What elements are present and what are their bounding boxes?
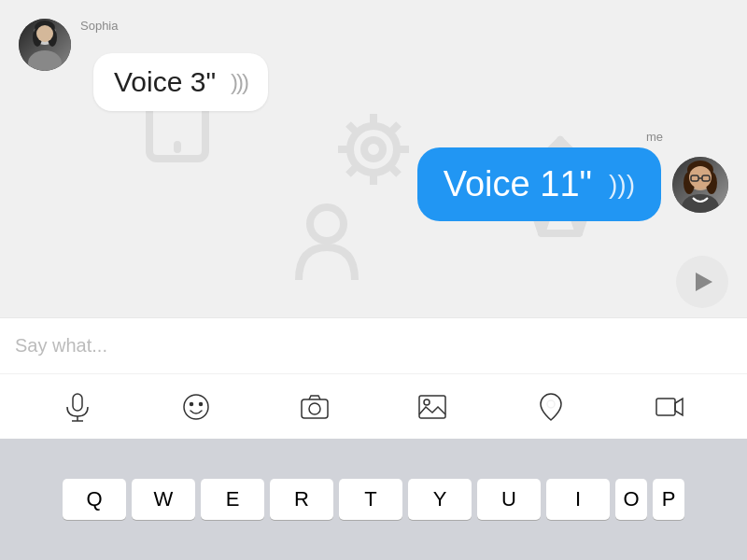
key-u[interactable]: U [477, 479, 541, 520]
key-i[interactable]: I [546, 479, 610, 520]
svg-point-24 [36, 25, 53, 42]
send-button[interactable] [676, 256, 728, 308]
sophia-message-text: Voice 3" [114, 66, 216, 98]
key-q[interactable]: Q [63, 479, 126, 520]
me-sound-icon: ))) [609, 170, 635, 200]
chat-area: Sophia Voice 3" ))) me Voice 11" ))) [0, 0, 747, 317]
key-p-partial[interactable]: P [653, 479, 684, 520]
key-w[interactable]: W [132, 479, 195, 520]
me-message-text: Voice 11" [444, 164, 592, 204]
svg-rect-34 [73, 394, 82, 411]
key-e[interactable]: E [201, 479, 264, 520]
svg-point-19 [28, 50, 62, 71]
bubble-me[interactable]: Voice 11" ))) [417, 147, 661, 221]
message-sophia: Sophia Voice 3" ))) [0, 0, 747, 120]
svg-point-37 [184, 395, 208, 419]
input-area [0, 317, 747, 373]
svg-point-29 [689, 166, 712, 189]
toolbar [0, 373, 747, 439]
avatar-me [672, 157, 728, 213]
svg-rect-45 [656, 399, 675, 415]
svg-point-44 [547, 400, 555, 408]
message-me: me Voice 11" ))) [0, 120, 747, 231]
svg-point-41 [309, 403, 320, 414]
svg-point-39 [199, 402, 202, 405]
svg-rect-40 [302, 399, 328, 418]
key-t[interactable]: T [339, 479, 402, 520]
video-button[interactable] [649, 386, 690, 427]
send-icon [696, 273, 712, 291]
svg-point-43 [424, 399, 430, 405]
location-button[interactable] [530, 386, 571, 427]
me-label: me [646, 130, 663, 144]
key-y[interactable]: Y [408, 479, 472, 520]
key-r[interactable]: R [270, 479, 333, 520]
message-input[interactable] [15, 335, 732, 357]
camera-button[interactable] [294, 386, 335, 427]
svg-point-33 [682, 194, 719, 213]
avatar-sophia [19, 19, 71, 71]
keyboard-row-1: Q W E R T Y U I O P [63, 479, 684, 520]
key-o-partial[interactable]: O [615, 479, 647, 520]
svg-point-38 [190, 402, 192, 405]
microphone-button[interactable] [57, 386, 98, 427]
image-button[interactable] [412, 386, 453, 427]
sophia-sound-icon: ))) [231, 69, 247, 95]
keyboard: Q W E R T Y U I O P [0, 439, 747, 560]
bubble-sophia[interactable]: Voice 3" ))) [93, 53, 268, 111]
svg-rect-42 [419, 396, 445, 418]
emoji-button[interactable] [176, 386, 217, 427]
sophia-name-label: Sophia [80, 19, 268, 33]
